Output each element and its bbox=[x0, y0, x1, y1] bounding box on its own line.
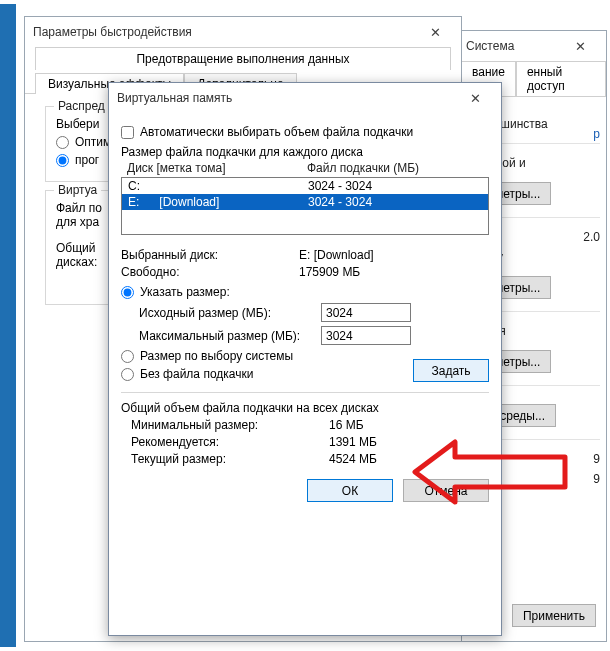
close-icon[interactable]: ✕ bbox=[562, 39, 598, 54]
cancel-button[interactable]: Отмена bbox=[403, 479, 489, 502]
button-row: ОК Отмена bbox=[109, 469, 501, 514]
window-title: Система bbox=[466, 39, 514, 53]
section-header: Размер файла подкачки для каждого диска bbox=[121, 145, 489, 159]
window-title: Параметры быстродействия bbox=[33, 25, 192, 39]
pagefile-cell: 3024 - 3024 bbox=[308, 195, 372, 209]
initial-size-input[interactable] bbox=[321, 303, 411, 322]
apply-button[interactable]: Применить bbox=[512, 604, 596, 627]
radio-input[interactable] bbox=[121, 350, 134, 363]
ok-button[interactable]: ОК bbox=[307, 479, 393, 502]
label: Исходный размер (МБ): bbox=[139, 306, 311, 320]
value: 4524 МБ bbox=[329, 452, 377, 466]
radio-input[interactable] bbox=[56, 136, 69, 149]
radio-input[interactable] bbox=[121, 286, 134, 299]
col-disk: Диск [метка тома] bbox=[127, 161, 307, 175]
checkbox-label: Автоматически выбирать объем файла подка… bbox=[140, 125, 413, 139]
pagefile-cell: 3024 - 3024 bbox=[308, 179, 372, 193]
value: 1391 МБ bbox=[329, 435, 377, 449]
selected-disk-row: Выбранный диск: E: [Download] bbox=[121, 248, 489, 262]
titlebar: Виртуальная память ✕ bbox=[109, 83, 501, 113]
value: 16 МБ bbox=[329, 418, 364, 432]
virtual-memory-window: Виртуальная память ✕ Автоматически выбир… bbox=[108, 82, 502, 636]
group-legend: Виртуа bbox=[54, 183, 101, 197]
label: Минимальный размер: bbox=[131, 418, 321, 432]
label: Свободно: bbox=[121, 265, 291, 279]
radio-custom-size[interactable]: Указать размер: bbox=[121, 285, 489, 299]
link-fragment-r[interactable]: р bbox=[593, 127, 600, 141]
radio-label: прог bbox=[75, 153, 99, 167]
desktop-wallpaper-edge bbox=[0, 4, 16, 647]
disk-row-selected[interactable]: E: [Download] 3024 - 3024 bbox=[122, 194, 488, 210]
total-block: Минимальный размер:16 МБ Рекомендуется:1… bbox=[121, 418, 489, 466]
value: E: [Download] bbox=[299, 248, 374, 262]
label: Выбранный диск: bbox=[121, 248, 291, 262]
close-icon[interactable]: ✕ bbox=[417, 25, 453, 40]
disk-row[interactable]: C: 3024 - 3024 bbox=[122, 178, 488, 194]
vm-body: Автоматически выбирать объем файла подка… bbox=[109, 113, 501, 466]
label: Максимальный размер (МБ): bbox=[139, 329, 311, 343]
window-title: Виртуальная память bbox=[117, 91, 232, 105]
col-pagefile: Файл подкачки (МБ) bbox=[307, 161, 419, 175]
auto-manage-checkbox[interactable]: Автоматически выбирать объем файла подка… bbox=[121, 125, 489, 139]
titlebar: Параметры быстродействия ✕ bbox=[25, 17, 461, 47]
disk-cell: C: bbox=[128, 179, 308, 193]
radio-input[interactable] bbox=[56, 154, 69, 167]
max-size-input[interactable] bbox=[321, 326, 411, 345]
radio-input[interactable] bbox=[121, 368, 134, 381]
button-row: Применить bbox=[506, 598, 602, 637]
total-header: Общий объем файла подкачки на всех диска… bbox=[121, 401, 489, 415]
disk-cell: E: [Download] bbox=[128, 195, 308, 209]
radio-label: Указать размер: bbox=[140, 285, 230, 299]
initial-size-row: Исходный размер (МБ): bbox=[139, 303, 489, 322]
checkbox-input[interactable] bbox=[121, 126, 134, 139]
titlebar: Система ✕ bbox=[458, 31, 606, 61]
free-space-row: Свободно: 175909 МБ bbox=[121, 265, 489, 279]
radio-label: Размер по выбору системы bbox=[140, 349, 293, 363]
disk-list[interactable]: C: 3024 - 3024 E: [Download] 3024 - 3024 bbox=[121, 177, 489, 235]
label: Текущий размер: bbox=[131, 452, 321, 466]
disk-list-header: Диск [метка тома] Файл подкачки (МБ) bbox=[121, 161, 489, 175]
close-icon[interactable]: ✕ bbox=[457, 91, 493, 106]
set-button[interactable]: Задать bbox=[413, 359, 489, 382]
tab-dep[interactable]: Предотвращение выполнения данных bbox=[35, 47, 451, 70]
group-legend: Распред bbox=[54, 99, 109, 113]
max-size-row: Максимальный размер (МБ): bbox=[139, 326, 489, 345]
label: Рекомендуется: bbox=[131, 435, 321, 449]
value: 175909 МБ bbox=[299, 265, 360, 279]
